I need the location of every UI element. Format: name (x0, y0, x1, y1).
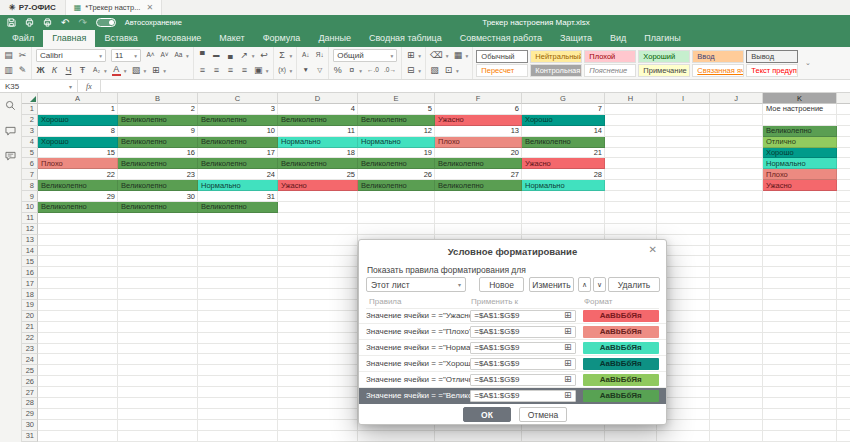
font-color-icon[interactable]: А (112, 65, 121, 76)
grid-cell-C12[interactable] (198, 224, 278, 235)
font-name-select[interactable]: Calibri▾ (36, 49, 106, 62)
grid-cell-E4[interactable]: Нормально (358, 137, 435, 148)
cell-style-chip-11[interactable]: Текст предупре (746, 64, 798, 77)
grid-cell-K6[interactable]: Нормально (763, 158, 837, 169)
grid-cell-H12[interactable] (605, 224, 657, 235)
grid-cell-I9[interactable] (657, 191, 710, 202)
close-tab-icon[interactable]: ✕ (146, 3, 153, 12)
row-header-7[interactable]: 7 (22, 169, 38, 180)
row-header-27[interactable]: 27 (22, 387, 38, 398)
grid-cell-J2[interactable] (710, 115, 763, 126)
grid-cell-D23[interactable] (278, 344, 358, 355)
grid-cell-K12[interactable] (763, 224, 837, 235)
grid-cell-B31[interactable] (118, 431, 198, 442)
grid-cell-D27[interactable] (278, 387, 358, 398)
range-select-icon[interactable]: ⊞ (564, 327, 572, 336)
grid-cell-D13[interactable] (278, 235, 358, 246)
row-header-22[interactable]: 22 (22, 333, 38, 344)
grid-cell-C9[interactable]: 31 (198, 191, 278, 202)
grid-cell-D18[interactable] (278, 289, 358, 300)
insert-cells-icon[interactable]: ⊞ (406, 51, 415, 60)
grid-cell-L11[interactable] (837, 213, 850, 224)
bold-icon[interactable]: Ж (36, 66, 45, 75)
menu-tab-7[interactable]: Сводная таблица (360, 30, 451, 47)
grid-cell-J28[interactable] (710, 398, 763, 409)
grid-cell-L29[interactable] (837, 409, 850, 420)
gallery-expand-icon[interactable]: ⌄ (801, 47, 814, 79)
grid-cell-C8[interactable]: Нормально (198, 180, 278, 191)
grid-cell-J26[interactable] (710, 376, 763, 387)
row-header-30[interactable]: 30 (22, 420, 38, 431)
formatting-rule-row-4[interactable]: Значение ячейки = ="Отлично"=$A$1:$G$9⊞A… (359, 372, 666, 388)
chevron-down-icon[interactable]: ▾ (69, 83, 72, 90)
grid-cell-K10[interactable] (763, 202, 837, 213)
grid-cell-C11[interactable] (198, 213, 278, 224)
grid-cell-H8[interactable] (605, 180, 657, 191)
grid-cell-A4[interactable]: Хорошо (38, 137, 118, 148)
grid-cell-L16[interactable] (837, 267, 850, 278)
cell-settings-icon[interactable]: ⊡ (444, 66, 453, 75)
grid-cell-K22[interactable] (763, 333, 837, 344)
grid-cell-J4[interactable] (710, 137, 763, 148)
grid-cell-J27[interactable] (710, 387, 763, 398)
grid-cell-B13[interactable] (118, 235, 198, 246)
rule-range-input[interactable]: =$A$1:$G$9⊞ (470, 326, 575, 338)
grid-cell-B21[interactable] (118, 322, 198, 333)
grid-cell-L1[interactable] (837, 104, 850, 115)
grid-cell-H11[interactable] (605, 213, 657, 224)
scope-select[interactable]: Этот лист ▾ (366, 277, 466, 292)
grid-cell-L24[interactable] (837, 354, 850, 365)
column-header-G[interactable]: G (522, 93, 605, 104)
chat-icon[interactable] (5, 151, 16, 161)
grid-cell-C13[interactable] (198, 235, 278, 246)
row-header-28[interactable]: 28 (22, 398, 38, 409)
grid-cell-J20[interactable] (710, 311, 763, 322)
grid-cell-J18[interactable] (710, 289, 763, 300)
grid-cell-B14[interactable] (118, 246, 198, 257)
grid-cell-E2[interactable]: Великолепно (358, 115, 435, 126)
grid-cell-D30[interactable] (278, 420, 358, 431)
grid-cell-A8[interactable]: Великолепно (38, 180, 118, 191)
grid-cell-H3[interactable] (605, 126, 657, 137)
grid-cell-J1[interactable] (710, 104, 763, 115)
grid-cell-J19[interactable] (710, 300, 763, 311)
cell-style-chip-4[interactable]: Ввод (692, 50, 744, 63)
grid-cell-D14[interactable] (278, 246, 358, 257)
cell-style-chip-10[interactable]: Связанная ячей (692, 64, 744, 77)
decrease-decimal-icon[interactable]: ←.0 (367, 67, 379, 74)
grid-cell-G10[interactable] (522, 202, 605, 213)
grid-cell-L10[interactable] (837, 202, 850, 213)
cut-icon[interactable]: ✂ (18, 51, 27, 60)
grid-cell-J6[interactable] (710, 158, 763, 169)
grid-cell-K20[interactable] (763, 311, 837, 322)
grid-cell-L20[interactable] (837, 311, 850, 322)
grid-cell-L8[interactable] (837, 180, 850, 191)
column-header-I[interactable]: I (657, 93, 710, 104)
grid-cell-K2[interactable] (763, 115, 837, 126)
grid-cell-C5[interactable]: 17 (198, 148, 278, 159)
grid-cell-K14[interactable] (763, 246, 837, 257)
sort-asc-icon[interactable]: А↓ (301, 52, 310, 59)
menu-tab-4[interactable]: Макет (210, 30, 253, 47)
grid-cell-C20[interactable] (198, 311, 278, 322)
grid-cell-C21[interactable] (198, 322, 278, 333)
cell-style-chip-8[interactable]: Пояснение (584, 64, 636, 77)
grid-cell-L18[interactable] (837, 289, 850, 300)
select-all-corner[interactable] (22, 93, 38, 104)
grid-cell-A19[interactable] (38, 300, 118, 311)
clear-filter-icon[interactable]: ▽ (315, 67, 324, 74)
rule-range-input[interactable]: =$A$1:$G$9⊞ (470, 358, 575, 370)
align-right-icon[interactable]: ≡ (226, 66, 235, 75)
grid-cell-A5[interactable]: 15 (38, 148, 118, 159)
grid-cell-B25[interactable] (118, 365, 198, 376)
grid-cell-C30[interactable] (198, 420, 278, 431)
grid-cell-L3[interactable] (837, 126, 850, 137)
grid-cell-F6[interactable]: Великолепно (435, 158, 522, 169)
row-header-9[interactable]: 9 (22, 191, 38, 202)
row-header-3[interactable]: 3 (22, 126, 38, 137)
grid-cell-A17[interactable] (38, 278, 118, 289)
grid-cell-B8[interactable]: Великолепно (118, 180, 198, 191)
column-header-L[interactable]: L (837, 93, 850, 104)
grid-cell-C7[interactable]: 24 (198, 169, 278, 180)
grid-cell-I6[interactable] (657, 158, 710, 169)
